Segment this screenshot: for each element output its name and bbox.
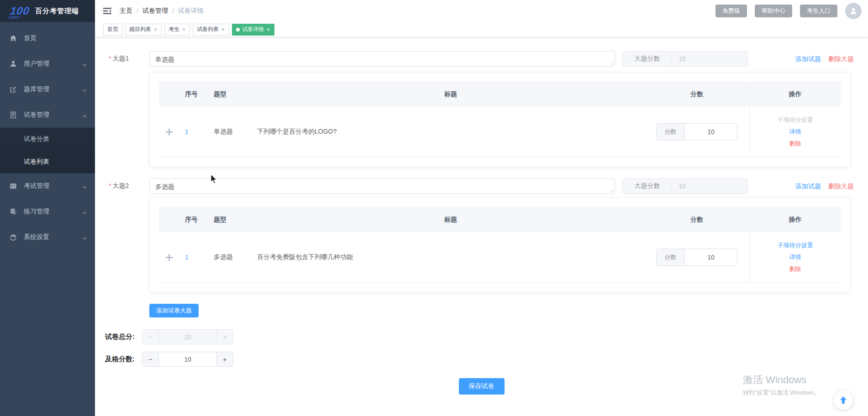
delete-link[interactable]: 删除 — [789, 265, 801, 273]
sidebar: 100 百分考管理端 首页 用户管理 题库管理 — [0, 0, 95, 416]
close-icon[interactable]: × — [266, 27, 270, 32]
section-1-links: 添加试题 删除大题 — [795, 51, 868, 63]
question-score-input[interactable] — [685, 249, 737, 265]
detail-link[interactable]: 详情 — [789, 253, 801, 261]
col-header-operation: 操作 — [749, 207, 841, 232]
pass-score-label: 及格分数: — [95, 355, 142, 364]
section-2-score-group: 大题分数 10 — [622, 178, 748, 194]
help-center-button[interactable]: 帮助中心 — [755, 5, 792, 17]
textarea-resize-grip[interactable] — [610, 61, 614, 65]
breadcrumb-separator: / — [172, 7, 174, 15]
save-paper-button[interactable]: 保存试卷 — [459, 378, 505, 395]
free-version-button[interactable]: 免费版 — [715, 5, 747, 17]
back-to-top-button[interactable] — [834, 390, 853, 410]
page-content: *大题1 单选题 大题分数 10 添加试题 删除大题 序号 题型 标 — [95, 38, 868, 416]
total-score-stepper: − 20 + — [142, 329, 233, 344]
sidebar-item-exam-management[interactable]: 考试管理 — [0, 173, 95, 199]
breadcrumb: 主页 / 试卷管理 / 试卷详情 — [120, 7, 204, 15]
section-1-label: *大题1 — [109, 51, 149, 63]
sidebar-collapse-icon[interactable] — [102, 6, 112, 16]
tab-label: 试卷详情 — [242, 26, 264, 33]
sidebar-item-practice-management[interactable]: 练习管理 — [0, 199, 95, 224]
close-icon[interactable]: × — [153, 27, 158, 32]
section-2-score-input-disabled: 10 — [672, 179, 747, 193]
tab-question-list[interactable]: 题目列表 × — [125, 24, 162, 36]
close-icon[interactable]: × — [182, 27, 186, 32]
col-header-title: 标题 — [257, 216, 644, 224]
save-row: 保存试卷 — [95, 378, 868, 395]
plus-button[interactable]: + — [216, 352, 233, 366]
minus-button[interactable]: − — [142, 352, 159, 366]
col-header-title: 标题 — [257, 90, 644, 99]
chevron-down-icon — [82, 87, 87, 92]
sidebar-item-home[interactable]: 首页 — [0, 26, 95, 51]
subitem-score-settings-link: 子项得分设置 — [778, 116, 813, 124]
add-question-link[interactable]: 添加试题 — [795, 55, 821, 63]
col-header-index: 序号 — [179, 216, 214, 224]
chevron-down-icon — [82, 209, 87, 214]
section-2-title-input[interactable]: 多选题 — [149, 178, 615, 194]
breadcrumb-home[interactable]: 主页 — [120, 7, 132, 15]
sidebar-subitem-paper-category[interactable]: 试卷分类 — [0, 128, 95, 151]
minus-button: − — [142, 330, 159, 344]
section-1-title-input[interactable]: 单选题 — [149, 51, 615, 67]
textarea-resize-grip[interactable] — [610, 188, 614, 192]
sidebar-item-question-bank[interactable]: 题库管理 — [0, 77, 95, 102]
question-index-link[interactable]: 1 — [185, 254, 189, 261]
navbar-right-actions: 免费版 帮助中心 考生入口 — [715, 3, 862, 19]
question-score-input[interactable] — [685, 124, 737, 140]
breadcrumb-current: 试卷详情 — [178, 7, 204, 15]
delete-section-link[interactable]: 删除大题 — [828, 55, 854, 63]
table-row: 1 多选题 百分考免费版包含下列哪几种功能 分数 子项得分设置 详情 删除 — [159, 232, 841, 283]
tab-home[interactable]: 首页 — [103, 24, 122, 36]
delete-link[interactable]: 删除 — [789, 140, 801, 148]
top-navbar: 主页 / 试卷管理 / 试卷详情 免费版 帮助中心 考生入口 — [95, 0, 868, 22]
sidebar-item-users[interactable]: 用户管理 — [0, 51, 95, 77]
question-score-group: 分数 — [656, 123, 737, 140]
subitem-score-settings-link[interactable]: 子项得分设置 — [778, 241, 813, 250]
total-score-row: 试卷总分: − 20 + — [95, 329, 868, 344]
drag-move-icon[interactable] — [159, 254, 179, 261]
tab-label: 题目列表 — [129, 26, 151, 33]
user-avatar[interactable] — [845, 3, 862, 19]
pass-score-stepper: − 10 + — [142, 352, 233, 367]
plus-button: + — [216, 330, 233, 344]
sidebar-item-system-settings[interactable]: 系统设置 — [0, 224, 95, 250]
close-icon[interactable]: × — [221, 27, 225, 32]
section-1-question-table: 序号 题型 标题 分数 操作 1 单选题 下列哪个是百分考的LOGO? 分数 — [159, 82, 841, 157]
tab-paper-list[interactable]: 试卷列表 × — [193, 24, 229, 36]
question-type: 单选题 — [214, 128, 257, 136]
tab-students[interactable]: 考生 × — [164, 24, 190, 36]
sidebar-subitem-paper-list[interactable]: 试卷列表 — [0, 151, 95, 173]
tab-label: 考生 — [168, 26, 179, 33]
section-score-prepend-label: 大题分数 — [623, 179, 672, 193]
pass-score-value[interactable]: 10 — [159, 352, 216, 366]
section-2-header-row: *大题2 多选题 大题分数 10 添加试题 删除大题 — [95, 178, 868, 194]
required-asterisk: * — [109, 55, 111, 62]
sidebar-subitem-label: 试卷列表 — [24, 158, 49, 166]
section-1-score-group: 大题分数 10 — [622, 51, 748, 67]
student-entry-button[interactable]: 考生入口 — [800, 5, 837, 17]
question-type: 多选题 — [214, 253, 257, 261]
row-operations: 子项得分设置 详情 删除 — [749, 107, 841, 157]
drag-move-icon[interactable] — [159, 128, 179, 136]
question-title: 下列哪个是百分考的LOGO? — [257, 128, 644, 136]
sidebar-item-paper-management[interactable]: 试卷管理 — [0, 102, 95, 128]
arrow-up-icon — [839, 396, 847, 404]
edit-square-icon — [9, 85, 17, 94]
sidebar-item-label: 考试管理 — [24, 182, 82, 190]
section-1-header-row: *大题1 单选题 大题分数 10 添加试题 删除大题 — [95, 51, 868, 67]
tab-label: 首页 — [107, 26, 118, 33]
sidebar-item-label: 用户管理 — [24, 60, 82, 68]
add-paper-section-button[interactable]: 添加试卷大题 — [149, 304, 199, 317]
delete-section-link[interactable]: 删除大题 — [828, 182, 854, 191]
breadcrumb-paper-management[interactable]: 试卷管理 — [142, 7, 168, 15]
logo-underline — [7, 16, 21, 19]
table-header-row: 序号 题型 标题 分数 操作 — [159, 207, 841, 232]
tab-paper-detail-active[interactable]: 试卷详情 × — [232, 24, 274, 36]
add-question-link[interactable]: 添加试题 — [795, 182, 821, 191]
required-asterisk: * — [109, 182, 111, 189]
question-index-link[interactable]: 1 — [185, 128, 189, 135]
section-score-prepend-label: 大题分数 — [623, 52, 672, 66]
detail-link[interactable]: 详情 — [789, 128, 801, 136]
